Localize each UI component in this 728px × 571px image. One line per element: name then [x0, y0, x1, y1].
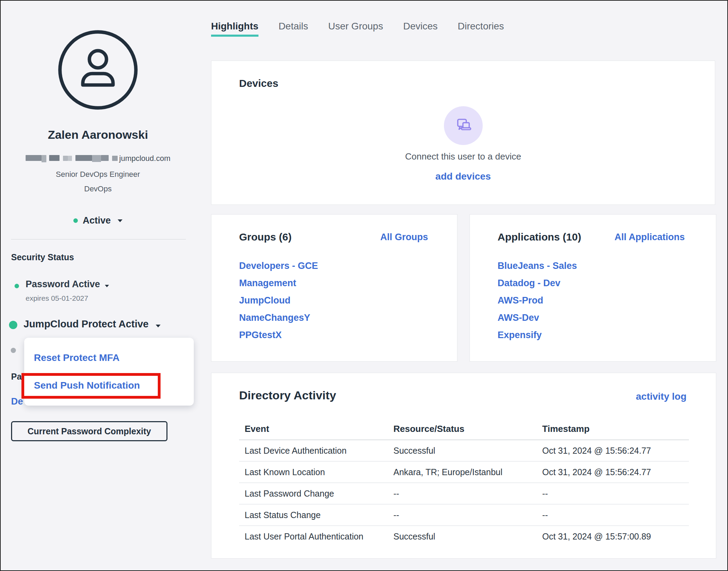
- active-status-dot: [73, 218, 78, 223]
- user-sidebar: Zalen Aaronowski jumpcloud.com Senior De…: [1, 1, 200, 570]
- cell-resource-status: Ankara, TR; Europe/Istanbul: [388, 462, 537, 482]
- password-status-label: Password Active: [26, 279, 100, 289]
- cell-resource-status: Successful: [388, 440, 537, 461]
- list-item: Datadog - Dev: [498, 279, 577, 288]
- password-expiry-text: expires 05-01-2027: [26, 294, 88, 302]
- add-devices-link[interactable]: add devices: [435, 171, 491, 182]
- security-status-heading: Security Status: [11, 252, 74, 262]
- cell-timestamp: Oct 31, 2024 @ 15:57:00.89: [537, 526, 689, 547]
- person-icon: [57, 29, 139, 111]
- devices-empty-state: Connect this user to a device add device…: [211, 106, 715, 182]
- user-status-dropdown[interactable]: Active: [1, 215, 195, 226]
- directory-activity-card: Directory Activity activity log Event Re…: [211, 373, 716, 559]
- groups-list: Developers - GCE Management JumpCloud Na…: [239, 261, 318, 348]
- application-link[interactable]: Datadog - Dev: [498, 278, 561, 288]
- devices-card: Devices Connect this user to a device ad…: [211, 61, 715, 205]
- email-domain-text: jumpcloud.com: [119, 154, 171, 163]
- applications-card-title: Applications (10): [498, 231, 581, 243]
- password-status-dot: [15, 284, 19, 288]
- devices-card-title: Devices: [239, 78, 278, 89]
- menu-item-send-push-notification[interactable]: Send Push Notification: [34, 377, 140, 395]
- sidebar-divider: [11, 239, 186, 239]
- applications-list: BlueJeans - Sales Datadog - Dev AWS-Prod…: [498, 261, 577, 348]
- chevron-down-icon: [105, 285, 109, 287]
- column-header-event: Event: [239, 422, 388, 439]
- protect-status-dropdown[interactable]: JumpCloud Protect Active: [24, 318, 161, 330]
- cell-event: Last User Portal Authentication: [239, 526, 388, 547]
- group-link[interactable]: NameChangesY: [239, 312, 310, 323]
- all-applications-link[interactable]: All Applications: [615, 232, 685, 243]
- list-item: Management: [239, 279, 318, 288]
- user-detail-page: Zalen Aaronowski jumpcloud.com Senior De…: [0, 0, 728, 571]
- directory-activity-title: Directory Activity: [239, 389, 336, 402]
- protect-status-label: JumpCloud Protect Active: [24, 318, 148, 329]
- table-header-row: Event Resource/Status Timestamp: [239, 422, 689, 440]
- cell-timestamp: Oct 31, 2024 @ 15:56:24.77: [537, 440, 689, 461]
- protect-actions-menu: Reset Protect MFA Send Push Notification: [24, 338, 194, 406]
- application-link[interactable]: AWS-Dev: [498, 312, 539, 323]
- table-row: Last User Portal Authentication Successf…: [239, 525, 689, 547]
- devices-icon-badge: [444, 106, 483, 145]
- chevron-down-icon: [156, 325, 161, 327]
- menu-item-reset-protect-mfa[interactable]: Reset Protect MFA: [34, 349, 119, 367]
- list-item: PPGtestX: [239, 330, 318, 340]
- all-groups-link[interactable]: All Groups: [380, 232, 428, 243]
- user-job-title: Senior DevOps Engineer: [1, 170, 195, 179]
- cell-event: Last Device Authentication: [239, 440, 388, 461]
- current-password-complexity-button[interactable]: Current Password Complexity: [11, 421, 167, 441]
- group-link[interactable]: PPGtestX: [239, 330, 282, 340]
- hidden-status-dot: [11, 348, 16, 353]
- protect-status-dot: [9, 321, 17, 329]
- cell-timestamp: --: [537, 505, 689, 525]
- cell-resource-status: --: [388, 505, 537, 525]
- user-full-name: Zalen Aaronowski: [1, 128, 195, 142]
- cell-timestamp: Oct 31, 2024 @ 15:56:24.77: [537, 462, 689, 482]
- list-item: AWS-Dev: [498, 313, 577, 323]
- connect-device-message: Connect this user to a device: [405, 151, 521, 162]
- group-link[interactable]: Developers - GCE: [239, 261, 318, 271]
- list-item: Developers - GCE: [239, 261, 318, 271]
- directory-activity-table: Event Resource/Status Timestamp Last Dev…: [239, 422, 689, 547]
- group-link[interactable]: JumpCloud: [239, 295, 291, 306]
- application-link[interactable]: AWS-Prod: [498, 295, 543, 306]
- list-item: AWS-Prod: [498, 296, 577, 305]
- application-link[interactable]: Expensify: [498, 330, 542, 340]
- list-item: Expensify: [498, 330, 577, 340]
- cell-event: Last Known Location: [239, 462, 388, 482]
- table-row: Last Known Location Ankara, TR; Europe/I…: [239, 461, 689, 482]
- column-header-resource-status: Resource/Status: [388, 422, 537, 439]
- list-item: NameChangesY: [239, 313, 318, 323]
- cell-event: Last Status Change: [239, 505, 388, 525]
- partially-hidden-link[interactable]: De: [11, 396, 23, 407]
- group-link[interactable]: Management: [239, 278, 296, 288]
- user-detail-tabs: Highlights Details User Groups Devices D…: [211, 21, 504, 37]
- application-link[interactable]: BlueJeans - Sales: [498, 261, 577, 271]
- chevron-down-icon: [118, 219, 122, 222]
- tab-directories[interactable]: Directories: [458, 21, 504, 37]
- user-avatar: [57, 29, 139, 111]
- partially-hidden-text: Pa: [11, 372, 22, 382]
- devices-icon: [452, 115, 474, 137]
- user-email: jumpcloud.com: [1, 154, 195, 163]
- tab-details[interactable]: Details: [279, 21, 308, 37]
- password-status-dropdown[interactable]: Password Active: [26, 279, 109, 290]
- tab-devices[interactable]: Devices: [403, 21, 438, 37]
- groups-card-title: Groups (6): [239, 231, 292, 243]
- tab-user-groups[interactable]: User Groups: [328, 21, 383, 37]
- list-item: BlueJeans - Sales: [498, 261, 577, 271]
- list-item: JumpCloud: [239, 296, 318, 305]
- column-header-timestamp: Timestamp: [537, 422, 689, 439]
- user-status-label: Active: [83, 215, 111, 226]
- applications-card: Applications (10) All Applications BlueJ…: [470, 214, 716, 362]
- redacted-email-blocks: [26, 155, 118, 162]
- tab-highlights[interactable]: Highlights: [211, 21, 258, 37]
- cell-timestamp: --: [537, 483, 689, 504]
- cell-event: Last Password Change: [239, 483, 388, 504]
- groups-card: Groups (6) All Groups Developers - GCE M…: [211, 214, 457, 362]
- cell-resource-status: --: [388, 483, 537, 504]
- table-row: Last Status Change -- --: [239, 504, 689, 525]
- table-row: Last Password Change -- --: [239, 482, 689, 504]
- activity-log-link[interactable]: activity log: [636, 391, 686, 402]
- user-department: DevOps: [1, 184, 195, 193]
- table-row: Last Device Authentication Successful Oc…: [239, 440, 689, 461]
